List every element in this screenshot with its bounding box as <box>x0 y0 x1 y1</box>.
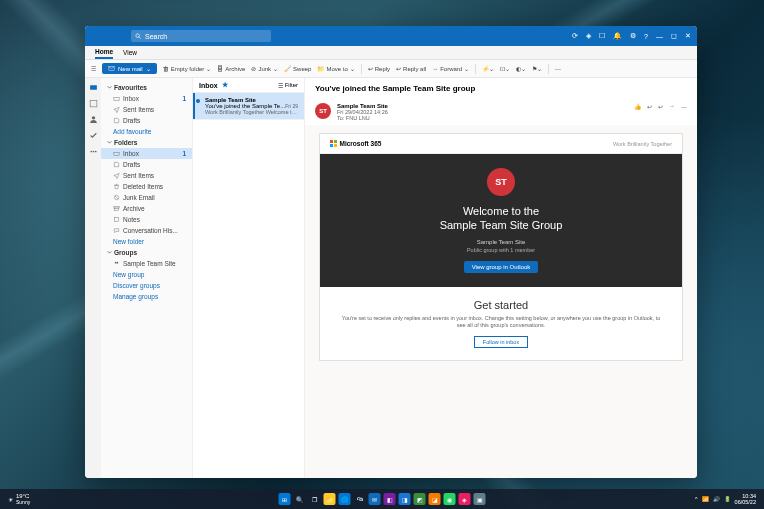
weather-widget[interactable]: ☀ 19°C Sunny <box>8 493 30 505</box>
people-rail-icon[interactable] <box>88 114 98 124</box>
tab-view[interactable]: View <box>123 47 137 58</box>
store-icon[interactable]: 🛍 <box>354 493 366 505</box>
svg-point-6 <box>90 150 92 152</box>
edge-icon[interactable]: 🌐 <box>339 493 351 505</box>
forward-icon[interactable]: → <box>669 103 675 110</box>
svg-rect-10 <box>114 153 119 156</box>
follow-inbox-button[interactable]: Follow in inbox <box>474 336 528 348</box>
app-icon[interactable]: ▣ <box>474 493 486 505</box>
folder-conversation-history[interactable]: Conversation His... <box>101 225 192 236</box>
titlebar-actions: ⟳ ◈ ☐ 🔔 ⚙ ? — ◻ ✕ <box>572 32 691 40</box>
folder-notes[interactable]: Notes <box>101 214 192 225</box>
bell-icon[interactable]: 🔔 <box>613 32 622 40</box>
todo-rail-icon[interactable] <box>88 130 98 140</box>
close-icon[interactable]: ✕ <box>685 32 691 40</box>
junk-button[interactable]: ⊘ Junk ⌄ <box>251 65 278 72</box>
reply-icon[interactable]: ↩ <box>647 103 652 110</box>
calendar-peek-icon[interactable]: ☐ <box>599 32 605 40</box>
app-icon[interactable]: ◈ <box>459 493 471 505</box>
email-content: Microsoft 365 Work Brilliantly Together … <box>305 125 697 478</box>
discover-groups-link[interactable]: Discover groups <box>101 280 192 291</box>
main-body: Favourites Inbox1 Sent Items Drafts Add … <box>85 78 697 478</box>
add-favourite-link[interactable]: Add favourite <box>101 126 192 137</box>
view-group-button[interactable]: View group in Outlook <box>464 261 539 273</box>
tab-home[interactable]: Home <box>95 46 113 59</box>
star-icon[interactable]: ★ <box>222 81 228 89</box>
filter-button[interactable]: ☰ Filter <box>278 82 298 89</box>
group-info: Public group with 1 member <box>330 247 672 253</box>
app-icon[interactable]: ◉ <box>444 493 456 505</box>
reply-button[interactable]: ↩ Reply <box>368 65 390 72</box>
new-folder-link[interactable]: New folder <box>101 236 192 247</box>
notification-icon[interactable]: ◈ <box>586 32 591 40</box>
get-started-text: You're set to receive only replies and e… <box>340 315 662 330</box>
hamburger-icon[interactable]: ☰ <box>91 65 96 72</box>
flag-button[interactable]: ⚑⌄ <box>532 65 542 72</box>
tray-chevron-icon[interactable]: ^ <box>695 496 698 502</box>
favourites-section[interactable]: Favourites <box>101 82 192 93</box>
archive-icon <box>113 205 120 212</box>
settings-icon[interactable]: ⚙ <box>630 32 636 40</box>
folder-sent[interactable]: Sent Items <box>101 104 192 115</box>
wifi-icon[interactable]: 📶 <box>702 496 709 502</box>
get-started-section: Get started You're set to receive only r… <box>320 287 682 360</box>
start-button[interactable]: ⊞ <box>279 493 291 505</box>
folder-inbox[interactable]: Inbox1 <box>101 148 192 159</box>
sun-icon: ☀ <box>8 496 13 503</box>
folders-section[interactable]: Folders <box>101 137 192 148</box>
folder-archive[interactable]: Archive <box>101 203 192 214</box>
message-item[interactable]: Sample Team Site You've joined the Sampl… <box>193 93 304 120</box>
app-icon[interactable]: ◨ <box>399 493 411 505</box>
groups-section[interactable]: Groups <box>101 247 192 258</box>
folder-drafts[interactable]: Drafts <box>101 115 192 126</box>
svg-rect-4 <box>90 100 97 106</box>
help-icon[interactable]: ? <box>644 33 648 40</box>
mail-icon[interactable]: ✉ <box>369 493 381 505</box>
quick-steps-button[interactable]: ⚡⌄ <box>482 65 494 72</box>
folder-drafts[interactable]: Drafts <box>101 159 192 170</box>
task-view-icon[interactable]: ❐ <box>309 493 321 505</box>
mail-rail-icon[interactable] <box>88 82 98 92</box>
new-group-link[interactable]: New group <box>101 269 192 280</box>
minimize-icon[interactable]: — <box>656 33 663 40</box>
categorize-button[interactable]: ◐⌄ <box>516 65 526 72</box>
folder-sent[interactable]: Sent Items <box>101 170 192 181</box>
clock[interactable]: 10:34 06/05/22 <box>735 493 756 505</box>
sweep-button[interactable]: 🧹 Sweep <box>284 65 311 72</box>
calendar-rail-icon[interactable] <box>88 98 98 108</box>
app-icon[interactable]: ◩ <box>414 493 426 505</box>
empty-folder-button[interactable]: 🗑 Empty folder ⌄ <box>163 65 212 72</box>
battery-icon[interactable]: 🔋 <box>724 496 731 502</box>
app-icon[interactable]: ◧ <box>384 493 396 505</box>
system-tray: ^ 📶 🔊 🔋 10:34 06/05/22 <box>695 493 756 505</box>
search-box[interactable]: Search <box>131 30 271 42</box>
folder-junk[interactable]: Junk Email <box>101 192 192 203</box>
archive-button[interactable]: 🗄 Archive <box>217 66 245 72</box>
reply-all-button[interactable]: ↩ Reply all <box>396 65 426 72</box>
svg-rect-3 <box>90 85 97 90</box>
more-actions-icon[interactable]: ⋯ <box>681 103 687 110</box>
app-icon[interactable]: ◪ <box>429 493 441 505</box>
notes-icon <box>113 216 120 223</box>
move-to-button[interactable]: 📁 Move to ⌄ <box>317 65 354 72</box>
like-icon[interactable]: 👍 <box>634 103 641 110</box>
folder-deleted[interactable]: Deleted Items <box>101 181 192 192</box>
drafts-icon <box>113 161 120 168</box>
maximize-icon[interactable]: ◻ <box>671 32 677 40</box>
search-taskbar-icon[interactable]: 🔍 <box>294 493 306 505</box>
explorer-icon[interactable]: 📁 <box>324 493 336 505</box>
volume-icon[interactable]: 🔊 <box>713 496 720 502</box>
reading-subject: You've joined the Sample Team Site group <box>305 78 697 99</box>
read-unread-button[interactable]: ⊡⌄ <box>500 65 510 72</box>
more-apps-rail-icon[interactable] <box>88 146 98 156</box>
reply-all-icon[interactable]: ↩ <box>658 103 663 110</box>
sync-icon[interactable]: ⟳ <box>572 32 578 40</box>
manage-groups-link[interactable]: Manage groups <box>101 291 192 302</box>
forward-button[interactable]: → Forward ⌄ <box>432 65 469 72</box>
new-mail-button[interactable]: New mail ⌄ <box>102 63 157 74</box>
svg-line-1 <box>139 36 141 38</box>
folder-inbox[interactable]: Inbox1 <box>101 93 192 104</box>
tagline: Work Brilliantly Together <box>613 141 672 147</box>
group-item[interactable]: Sample Team Site <box>101 258 192 269</box>
more-button[interactable]: ⋯ <box>555 65 561 72</box>
